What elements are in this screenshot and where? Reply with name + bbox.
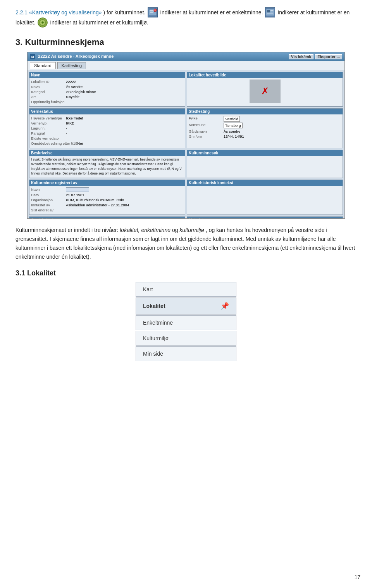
field-km-dato: Dato 21.07.1981 bbox=[31, 193, 183, 197]
field-gardsnavn: Gårdsnavn Ås søndre bbox=[189, 129, 341, 133]
nav-menu: Kart Lokalitet 📌 Enkeltminne Kulturmiljø… bbox=[136, 282, 236, 361]
panel-vernestatus-header: Vernestatus bbox=[29, 109, 185, 114]
nav-item-min-side[interactable]: Min side bbox=[136, 346, 236, 361]
panel-navn: Navn Lokalitet ID 22222 Navn Ås søndre K… bbox=[29, 72, 185, 107]
nav-item-kulturmiljo[interactable]: Kulturmiljø bbox=[136, 331, 236, 346]
field-omrade: Områdebetredning etter §19 Nei bbox=[31, 141, 183, 145]
field-lokalitet-id: Lokalitet ID 22222 bbox=[31, 80, 183, 84]
panel-stedfesting: Stedfesting Fylke Vestfold Kommune Tønsb… bbox=[187, 108, 343, 148]
win-toolbar: Standard Kartfesting bbox=[28, 61, 344, 70]
eksporter-btn[interactable]: Eksporter ... bbox=[315, 54, 342, 59]
panel-om-lokalitet-header: Om lokaliteten bbox=[29, 217, 185, 218]
svg-rect-9 bbox=[270, 10, 273, 11]
field-kommune: Kommune Tønsberg bbox=[189, 123, 341, 128]
body-paragraph: Kulturminneskjemaet er inndelt i tre niv… bbox=[16, 226, 356, 261]
nav-item-kart[interactable]: Kart bbox=[136, 282, 236, 297]
section31-heading: 3.1 Lokalitet bbox=[16, 269, 356, 277]
field-eldste: Eldste vernedato bbox=[31, 136, 183, 140]
pin-icon: 📌 bbox=[220, 302, 229, 310]
panel-kulturhist: Kulturhistorisk kontekst bbox=[187, 180, 343, 215]
kulturmiljo-icon bbox=[38, 17, 48, 28]
beskrivelse-text: I svakt S-hellende skråning; avlang more… bbox=[31, 157, 183, 176]
intro-paragraph: 2.2.1 «Kartverktøy og visualisering» ) f… bbox=[16, 8, 356, 28]
window-body: Standard Kartfesting Navn Lokalitet ID 2… bbox=[28, 61, 344, 218]
tab-standard[interactable]: Standard bbox=[30, 62, 56, 69]
field-vernehyp: Vernehyp. IKKE bbox=[31, 121, 183, 125]
panel-navn-header: Navn bbox=[29, 72, 185, 78]
lokalitet-icon bbox=[265, 7, 275, 17]
svg-text:!: ! bbox=[155, 9, 156, 12]
svg-point-14 bbox=[41, 21, 44, 24]
field-km-inntas: Inntastet av Askeladden administrator - … bbox=[31, 203, 183, 207]
panel-lokalitet-bilde-header: Lokalitet hovedbilde bbox=[187, 72, 343, 78]
panel-metadata: Metadata Senterpunkt koordinater X:33527… bbox=[187, 216, 343, 218]
panel-kulturminne-reg: Kulturminne registrert av Navn Dato 21.0… bbox=[29, 180, 185, 215]
nav-item-enkeltminne[interactable]: Enkeltminne bbox=[136, 315, 236, 330]
panel-beskrivelse: Beskrivelse I svakt S-hellende skråning;… bbox=[29, 150, 185, 178]
panel-om-lokalitet: Om lokaliteten Verneplan Registreringsty… bbox=[29, 216, 185, 218]
panel-beskrivelse-header: Beskrivelse bbox=[29, 150, 185, 156]
nav-item-min-side-label: Min side bbox=[143, 351, 163, 357]
kartverktoy-link[interactable]: 2.2.1 «Kartverktøy og visualisering» bbox=[16, 9, 102, 16]
panel-kulturminnetsok: Kulturminnesøk bbox=[187, 150, 343, 178]
nav-item-kulturmiljo-label: Kulturmiljø bbox=[143, 335, 169, 341]
svg-text:M: M bbox=[31, 55, 34, 59]
win-content: Navn Lokalitet ID 22222 Navn Ås søndre K… bbox=[28, 70, 344, 218]
panel-vernestatus: Vernestatus Høyeste vernetype Ikke frede… bbox=[29, 108, 185, 148]
svg-rect-11 bbox=[267, 13, 274, 14]
field-art: Art Røysfelt bbox=[31, 95, 183, 99]
field-km-org: Organisasjon KHM, Kulturhistorisk museum… bbox=[31, 198, 183, 202]
svg-rect-10 bbox=[270, 12, 273, 12]
field-lagrunn: Lagrunn. - bbox=[31, 126, 183, 130]
nav-item-lokalitet[interactable]: Lokalitet 📌 bbox=[136, 297, 236, 315]
panel-kulturhist-header: Kulturhistorisk kontekst bbox=[187, 180, 343, 186]
panel-stedfesting-header: Stedfesting bbox=[187, 109, 343, 114]
kulturminneskjema-screenshot: M 22222 Ås søndre - Arkeologisk minne Vi… bbox=[27, 52, 345, 219]
tab-kartfesting[interactable]: Kartfesting bbox=[57, 62, 86, 69]
nav-item-kart-label: Kart bbox=[143, 286, 153, 292]
panel-metadata-header: Metadata bbox=[187, 217, 343, 218]
svg-rect-8 bbox=[267, 10, 270, 13]
panel-kulturminne-reg-header: Kulturminne registrert av bbox=[29, 180, 185, 186]
body-italic2: kulturmiljø bbox=[179, 227, 204, 233]
field-km-sist: Sist endret av bbox=[31, 208, 183, 212]
field-gnrbnr: Gnr./bnr 13/44, 14/91 bbox=[189, 134, 341, 138]
intro-text1: ) for kulturminnet. bbox=[103, 9, 145, 16]
nav-item-lokalitet-label: Lokalitet bbox=[143, 303, 165, 309]
nav-item-enkeltminne-label: Enkeltminne bbox=[143, 320, 173, 326]
intro-text2: Indikerer at kulturminnet er et enkeltmi… bbox=[160, 9, 263, 16]
field-vernetype: Høyeste vernetype Ikke fredet bbox=[31, 116, 183, 120]
km-navn-input[interactable] bbox=[66, 187, 89, 192]
field-navn: Navn Ås søndre bbox=[31, 85, 183, 89]
field-paragraf: Paragraf - bbox=[31, 131, 183, 135]
field-opprinnelig: Opprinnelig funksjon bbox=[31, 100, 183, 104]
svg-rect-3 bbox=[150, 12, 153, 13]
fylke-dropdown[interactable]: Vestfold bbox=[224, 116, 240, 122]
panel-lokalitet-bilde: Lokalitet hovedbilde bbox=[187, 72, 343, 107]
window-title: M 22222 Ås søndre - Arkeologisk minne bbox=[30, 54, 114, 59]
enkeltminne-icon: ! bbox=[148, 7, 158, 17]
field-fylke: Fylke Vestfold bbox=[189, 116, 341, 122]
field-kategori: Kategori Arkeologisk minne bbox=[31, 90, 183, 94]
field-km-navn: Navn bbox=[31, 187, 183, 192]
kommune-dropdown[interactable]: Tønsberg bbox=[224, 123, 243, 128]
vis-lok-btn[interactable]: Vis lok/enk bbox=[289, 54, 313, 59]
body-italic1: lokalitet, enkeltminne bbox=[120, 227, 170, 233]
section3-heading: 3. Kulturminneskjema bbox=[16, 37, 356, 47]
panel-kulturminnetsok-header: Kulturminnesøk bbox=[187, 150, 343, 156]
lokalitet-image bbox=[250, 80, 281, 103]
body-text2: og bbox=[172, 227, 179, 233]
body-text1: Kulturminneskjemaet er inndelt i tre niv… bbox=[16, 227, 118, 233]
intro-text4: Indikerer at kulturminnet er et kulturmi… bbox=[50, 19, 148, 26]
window-titlebar: M 22222 Ås søndre - Arkeologisk minne Vi… bbox=[28, 52, 344, 61]
